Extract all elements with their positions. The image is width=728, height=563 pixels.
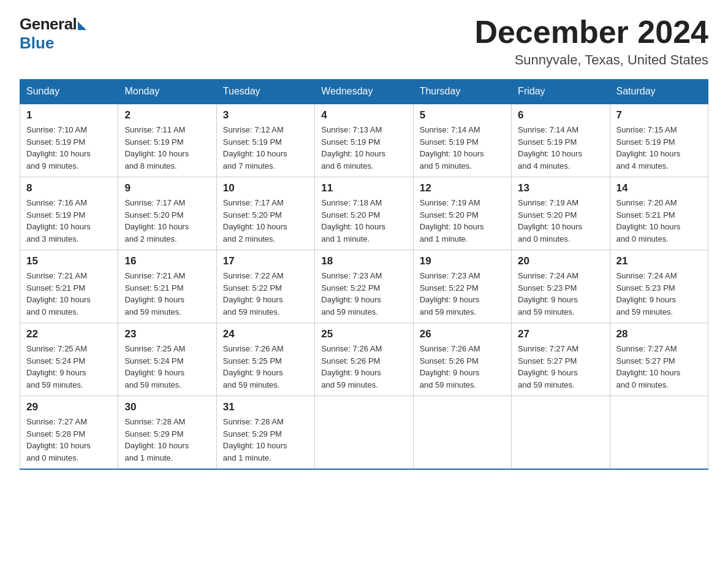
day-info: Sunrise: 7:17 AM Sunset: 5:20 PM Dayligh… — [223, 197, 308, 245]
day-info: Sunrise: 7:25 AM Sunset: 5:24 PM Dayligh… — [124, 343, 210, 391]
day-info: Sunrise: 7:19 AM Sunset: 5:20 PM Dayligh… — [518, 197, 603, 245]
calendar-cell: 29Sunrise: 7:27 AM Sunset: 5:28 PM Dayli… — [20, 396, 118, 470]
calendar-cell: 24Sunrise: 7:26 AM Sunset: 5:25 PM Dayli… — [216, 323, 314, 396]
day-number: 18 — [321, 255, 406, 267]
calendar-cell: 13Sunrise: 7:19 AM Sunset: 5:20 PM Dayli… — [512, 177, 610, 250]
logo-triangle-icon — [78, 21, 86, 30]
calendar-cell: 2Sunrise: 7:11 AM Sunset: 5:19 PM Daylig… — [118, 104, 216, 177]
day-info: Sunrise: 7:26 AM Sunset: 5:26 PM Dayligh… — [321, 343, 406, 391]
calendar-cell: 3Sunrise: 7:12 AM Sunset: 5:19 PM Daylig… — [216, 104, 314, 177]
header-thursday: Thursday — [413, 80, 511, 104]
day-info: Sunrise: 7:21 AM Sunset: 5:21 PM Dayligh… — [124, 270, 210, 318]
calendar-header-row: SundayMondayTuesdayWednesdayThursdayFrid… — [20, 80, 708, 104]
day-info: Sunrise: 7:14 AM Sunset: 5:19 PM Dayligh… — [518, 124, 603, 172]
day-number: 23 — [124, 328, 210, 340]
day-info: Sunrise: 7:26 AM Sunset: 5:25 PM Dayligh… — [223, 343, 308, 391]
header-monday: Monday — [118, 80, 216, 104]
day-number: 27 — [518, 328, 603, 340]
day-info: Sunrise: 7:22 AM Sunset: 5:22 PM Dayligh… — [223, 270, 308, 318]
day-number: 22 — [26, 328, 112, 340]
calendar-cell — [512, 396, 610, 470]
calendar-cell: 22Sunrise: 7:25 AM Sunset: 5:24 PM Dayli… — [20, 323, 118, 396]
day-number: 15 — [26, 255, 112, 267]
header-sunday: Sunday — [20, 80, 118, 104]
day-number: 14 — [616, 182, 702, 194]
calendar-cell: 11Sunrise: 7:18 AM Sunset: 5:20 PM Dayli… — [315, 177, 413, 250]
calendar-cell: 31Sunrise: 7:28 AM Sunset: 5:29 PM Dayli… — [216, 396, 314, 470]
day-info: Sunrise: 7:11 AM Sunset: 5:19 PM Dayligh… — [124, 124, 210, 172]
logo-blue-text: Blue — [20, 34, 54, 53]
day-number: 8 — [26, 182, 112, 194]
day-number: 30 — [124, 401, 210, 413]
day-number: 28 — [616, 328, 702, 340]
day-info: Sunrise: 7:25 AM Sunset: 5:24 PM Dayligh… — [26, 343, 112, 391]
calendar-cell — [315, 396, 413, 470]
calendar-table: SundayMondayTuesdayWednesdayThursdayFrid… — [20, 79, 708, 470]
day-number: 16 — [124, 255, 210, 267]
day-info: Sunrise: 7:27 AM Sunset: 5:27 PM Dayligh… — [518, 343, 603, 391]
day-info: Sunrise: 7:14 AM Sunset: 5:19 PM Dayligh… — [420, 124, 505, 172]
calendar-cell: 8Sunrise: 7:16 AM Sunset: 5:19 PM Daylig… — [20, 177, 118, 250]
day-number: 12 — [420, 182, 505, 194]
calendar-cell: 19Sunrise: 7:23 AM Sunset: 5:22 PM Dayli… — [413, 250, 511, 323]
day-number: 7 — [616, 109, 702, 121]
day-number: 19 — [420, 255, 505, 267]
day-info: Sunrise: 7:15 AM Sunset: 5:19 PM Dayligh… — [616, 124, 702, 172]
day-number: 11 — [321, 182, 406, 194]
day-info: Sunrise: 7:28 AM Sunset: 5:29 PM Dayligh… — [124, 416, 210, 464]
day-number: 21 — [616, 255, 702, 267]
month-title: December 2024 — [474, 15, 708, 50]
calendar-cell: 21Sunrise: 7:24 AM Sunset: 5:23 PM Dayli… — [610, 250, 708, 323]
day-info: Sunrise: 7:24 AM Sunset: 5:23 PM Dayligh… — [616, 270, 702, 318]
header-friday: Friday — [512, 80, 610, 104]
calendar-cell — [610, 396, 708, 470]
day-number: 20 — [518, 255, 603, 267]
day-number: 31 — [223, 401, 308, 413]
day-number: 2 — [124, 109, 210, 121]
calendar-cell: 27Sunrise: 7:27 AM Sunset: 5:27 PM Dayli… — [512, 323, 610, 396]
day-number: 10 — [223, 182, 308, 194]
day-number: 29 — [26, 401, 112, 413]
day-info: Sunrise: 7:12 AM Sunset: 5:19 PM Dayligh… — [223, 124, 308, 172]
header-saturday: Saturday — [610, 80, 708, 104]
calendar-cell: 28Sunrise: 7:27 AM Sunset: 5:27 PM Dayli… — [610, 323, 708, 396]
day-info: Sunrise: 7:27 AM Sunset: 5:27 PM Dayligh… — [616, 343, 702, 391]
day-number: 17 — [223, 255, 308, 267]
day-info: Sunrise: 7:23 AM Sunset: 5:22 PM Dayligh… — [321, 270, 406, 318]
page-header: General Blue December 2024 Sunnyvale, Te… — [20, 15, 708, 68]
calendar-cell: 14Sunrise: 7:20 AM Sunset: 5:21 PM Dayli… — [610, 177, 708, 250]
calendar-cell: 6Sunrise: 7:14 AM Sunset: 5:19 PM Daylig… — [512, 104, 610, 177]
day-info: Sunrise: 7:19 AM Sunset: 5:20 PM Dayligh… — [420, 197, 505, 245]
day-info: Sunrise: 7:18 AM Sunset: 5:20 PM Dayligh… — [321, 197, 406, 245]
day-number: 5 — [420, 109, 505, 121]
day-info: Sunrise: 7:23 AM Sunset: 5:22 PM Dayligh… — [420, 270, 505, 318]
day-number: 13 — [518, 182, 603, 194]
calendar-cell: 15Sunrise: 7:21 AM Sunset: 5:21 PM Dayli… — [20, 250, 118, 323]
calendar-cell: 18Sunrise: 7:23 AM Sunset: 5:22 PM Dayli… — [315, 250, 413, 323]
calendar-week-row: 22Sunrise: 7:25 AM Sunset: 5:24 PM Dayli… — [20, 323, 708, 396]
day-number: 25 — [321, 328, 406, 340]
day-number: 1 — [26, 109, 112, 121]
day-number: 6 — [518, 109, 603, 121]
location: Sunnyvale, Texas, United States — [474, 52, 708, 68]
day-number: 4 — [321, 109, 406, 121]
day-number: 26 — [420, 328, 505, 340]
day-info: Sunrise: 7:17 AM Sunset: 5:20 PM Dayligh… — [124, 197, 210, 245]
day-info: Sunrise: 7:21 AM Sunset: 5:21 PM Dayligh… — [26, 270, 112, 318]
day-number: 3 — [223, 109, 308, 121]
calendar-week-row: 8Sunrise: 7:16 AM Sunset: 5:19 PM Daylig… — [20, 177, 708, 250]
calendar-week-row: 1Sunrise: 7:10 AM Sunset: 5:19 PM Daylig… — [20, 104, 708, 177]
calendar-week-row: 29Sunrise: 7:27 AM Sunset: 5:28 PM Dayli… — [20, 396, 708, 470]
calendar-cell: 17Sunrise: 7:22 AM Sunset: 5:22 PM Dayli… — [216, 250, 314, 323]
calendar-cell: 1Sunrise: 7:10 AM Sunset: 5:19 PM Daylig… — [20, 104, 118, 177]
day-info: Sunrise: 7:26 AM Sunset: 5:26 PM Dayligh… — [420, 343, 505, 391]
calendar-cell: 26Sunrise: 7:26 AM Sunset: 5:26 PM Dayli… — [413, 323, 511, 396]
calendar-cell: 5Sunrise: 7:14 AM Sunset: 5:19 PM Daylig… — [413, 104, 511, 177]
day-number: 9 — [124, 182, 210, 194]
calendar-cell: 30Sunrise: 7:28 AM Sunset: 5:29 PM Dayli… — [118, 396, 216, 470]
day-info: Sunrise: 7:24 AM Sunset: 5:23 PM Dayligh… — [518, 270, 603, 318]
day-info: Sunrise: 7:10 AM Sunset: 5:19 PM Dayligh… — [26, 124, 112, 172]
day-info: Sunrise: 7:27 AM Sunset: 5:28 PM Dayligh… — [26, 416, 112, 464]
calendar-cell: 23Sunrise: 7:25 AM Sunset: 5:24 PM Dayli… — [118, 323, 216, 396]
calendar-cell: 16Sunrise: 7:21 AM Sunset: 5:21 PM Dayli… — [118, 250, 216, 323]
